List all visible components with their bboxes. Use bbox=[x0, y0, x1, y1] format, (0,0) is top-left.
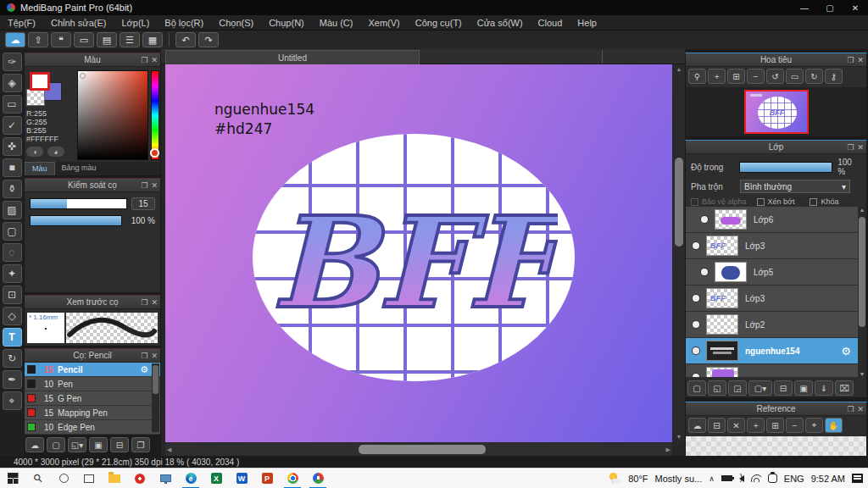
brush-row-pen[interactable]: 10 Pen bbox=[25, 377, 160, 391]
comment-bubble-icon[interactable]: ❝ bbox=[51, 32, 71, 47]
new-halftone-layer-icon[interactable]: ◱ bbox=[708, 380, 726, 396]
popout-icon[interactable]: ❐ bbox=[847, 143, 854, 152]
layer-row-selected[interactable]: nguenhue154 ⚙ bbox=[686, 338, 858, 364]
zoom-reset-icon[interactable]: ⚲ bbox=[688, 69, 706, 84]
fit-screen-icon[interactable]: ⊞ bbox=[727, 69, 745, 84]
hue-slider[interactable] bbox=[151, 70, 159, 160]
ref-zoom-in-icon[interactable]: ＋ bbox=[747, 418, 765, 433]
menu-cloud[interactable]: Cloud bbox=[531, 18, 570, 28]
tab-color[interactable]: Màu bbox=[25, 162, 55, 175]
brush-size-slider[interactable] bbox=[30, 198, 127, 209]
chrome-button[interactable] bbox=[280, 469, 305, 488]
popout-icon[interactable]: ❐ bbox=[847, 405, 854, 413]
layer-row[interactable]: Lớp5 bbox=[686, 259, 858, 286]
excel-button[interactable]: X bbox=[203, 469, 229, 488]
visibility-dot[interactable] bbox=[693, 321, 699, 328]
hand-tool-icon[interactable]: ✋ bbox=[825, 418, 843, 433]
navigator-thumbnail[interactable]: BFF bbox=[744, 90, 809, 134]
visibility-dot[interactable] bbox=[693, 295, 699, 302]
polyline-tool-icon[interactable]: ✓ bbox=[3, 116, 22, 135]
bucket-tool-icon[interactable]: ⚱ bbox=[3, 180, 22, 198]
brush-row-mapping-pen[interactable]: 15 Mapping Pen bbox=[25, 406, 160, 420]
lasso-tool-icon[interactable]: ◌ bbox=[3, 243, 22, 262]
ref-zoom-out-icon[interactable]: − bbox=[786, 418, 804, 433]
visibility-dot[interactable] bbox=[693, 374, 699, 377]
red-app-button[interactable] bbox=[127, 469, 153, 488]
menu-help[interactable]: Help bbox=[570, 18, 604, 28]
popout-icon[interactable]: ❐ bbox=[141, 181, 147, 190]
folder-icon[interactable]: ⊟ bbox=[774, 380, 793, 396]
tray-app-icon[interactable] bbox=[768, 474, 777, 483]
start-button[interactable] bbox=[0, 469, 25, 488]
canvas-hscrollbar[interactable]: ◀ ▶ bbox=[165, 443, 672, 456]
rotate-ccw-icon[interactable]: ↺ bbox=[766, 69, 784, 84]
tab-palette[interactable]: Bảng màu bbox=[55, 162, 103, 175]
redo-icon[interactable]: ↷ bbox=[198, 32, 219, 47]
visibility-dot[interactable] bbox=[701, 269, 708, 275]
close-icon[interactable]: ✕ bbox=[857, 143, 864, 152]
list-settings-icon[interactable]: ☰ bbox=[120, 32, 140, 47]
cloud-icon[interactable]: ☁ bbox=[5, 32, 25, 47]
trash-icon[interactable]: ⌧ bbox=[835, 380, 854, 396]
word-button[interactable]: W bbox=[229, 469, 254, 488]
zoom-in-icon[interactable]: ＋ bbox=[708, 69, 726, 84]
shape-fill-tool-icon[interactable]: ■ bbox=[3, 158, 22, 177]
scroll-left-icon[interactable]: ◀ bbox=[167, 443, 171, 456]
eyedropper-tool-icon[interactable]: ⌖ bbox=[3, 391, 22, 410]
brush-folder-icon[interactable]: ⊟ bbox=[110, 437, 129, 452]
canvas-vscrollbar[interactable]: ▲ ▼ bbox=[673, 64, 685, 442]
canvas-tab-untitled[interactable]: Untitled bbox=[165, 50, 420, 64]
menu-file[interactable]: Tệp(F) bbox=[0, 18, 43, 28]
rotate-tool-icon[interactable]: ↻ bbox=[3, 349, 22, 368]
brush-size-value[interactable]: 15 bbox=[131, 197, 155, 210]
close-icon[interactable]: ✕ bbox=[151, 352, 158, 360]
magic-wand-tool-icon[interactable]: ✦ bbox=[3, 264, 22, 283]
chevron-up-icon[interactable]: ∧ bbox=[709, 474, 715, 483]
sv-cursor[interactable] bbox=[80, 73, 86, 79]
gear-icon[interactable]: ⚙ bbox=[140, 364, 148, 375]
grid-edit-icon[interactable]: ▦ bbox=[142, 32, 163, 47]
document-icon[interactable]: ▤ bbox=[97, 32, 117, 47]
brush-row-pencil[interactable]: 15 Pencil ⚙ bbox=[25, 363, 160, 377]
close-icon[interactable]: ✕ bbox=[857, 56, 864, 64]
alpha-protect-checkbox[interactable] bbox=[691, 198, 698, 206]
powerpoint-button[interactable]: P bbox=[254, 469, 280, 488]
layer-scroll-thumb[interactable] bbox=[859, 217, 865, 327]
edge-button[interactable]: e bbox=[178, 469, 203, 488]
brush-menu-icon[interactable]: ◱▾ bbox=[68, 437, 86, 452]
rect-select-tool-icon[interactable]: ▭ bbox=[3, 95, 22, 114]
menu-color[interactable]: Màu (C) bbox=[312, 18, 361, 28]
weather-temp[interactable]: 80°F bbox=[628, 474, 648, 484]
transparent-color-swatch[interactable] bbox=[26, 89, 45, 106]
layer-row[interactable]: Lớp6 bbox=[686, 207, 858, 233]
close-icon[interactable]: ✕ bbox=[857, 405, 864, 413]
wifi-icon[interactable] bbox=[751, 474, 761, 482]
pen-knife-tool-icon[interactable]: ✒ bbox=[3, 370, 22, 389]
duplicate-layer-icon[interactable]: ▣ bbox=[794, 380, 813, 396]
cloud-ref-icon[interactable]: ☁ bbox=[688, 418, 706, 433]
menu-view[interactable]: Xem(V) bbox=[360, 18, 407, 28]
select-eraser-tool-icon[interactable]: ◇ bbox=[3, 307, 22, 325]
undo-icon[interactable]: ↶ bbox=[175, 32, 196, 47]
display-app-button[interactable] bbox=[153, 469, 178, 488]
cloud-brush-icon[interactable]: ☁ bbox=[25, 437, 44, 452]
clipping-checkbox[interactable] bbox=[757, 198, 765, 206]
reference-canvas[interactable] bbox=[686, 436, 866, 456]
scroll-down-icon[interactable]: ▼ bbox=[673, 432, 685, 442]
search-button[interactable]: ⚲ bbox=[25, 469, 51, 488]
language-indicator[interactable]: ENG bbox=[784, 474, 804, 484]
layer-list-scrollbar[interactable]: ▲ ▼ bbox=[858, 207, 866, 377]
script-brush-icon[interactable]: ▣ bbox=[89, 437, 108, 452]
gradient-tool-icon[interactable]: ▨ bbox=[3, 201, 22, 219]
reset-view-icon[interactable]: ▭ bbox=[786, 69, 804, 84]
lock-checkbox[interactable] bbox=[810, 198, 817, 206]
menu-snap[interactable]: Chụp(N) bbox=[261, 18, 312, 28]
close-icon[interactable]: ✕ bbox=[151, 298, 158, 307]
layer-row[interactable]: BFF Lớp3 bbox=[686, 286, 858, 312]
saturation-value-picker[interactable] bbox=[77, 70, 148, 160]
canvas[interactable]: nguenhue154 #hd247 BFF bbox=[165, 64, 672, 442]
comment-box-icon[interactable]: ▭ bbox=[74, 32, 94, 47]
publish-icon[interactable]: ⇧ bbox=[28, 32, 48, 47]
hsv-mode-icon[interactable]: ◑ bbox=[26, 147, 43, 157]
popout-icon[interactable]: ❐ bbox=[141, 298, 147, 307]
